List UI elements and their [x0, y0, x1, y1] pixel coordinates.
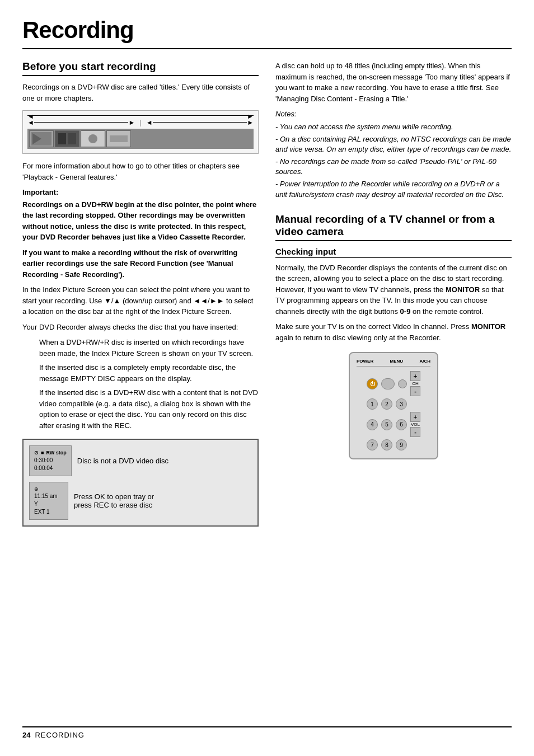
note-4: - Power interruption to the Recorder whi… [275, 179, 512, 199]
note-3: - No recordings can be made from so-call… [275, 157, 512, 177]
notes-section: Notes: - You can not access the system m… [275, 109, 512, 200]
page-title: Recording [22, 17, 512, 49]
btn-3[interactable]: 3 [396, 398, 407, 410]
btn-2[interactable]: 2 [381, 398, 392, 410]
time-display-2: 0:00:04 [34, 464, 67, 472]
checking-para-1: Normally, the DVD Recorder displays the … [275, 262, 512, 317]
remote-row-2: 1 2 3 [357, 398, 430, 410]
note-2: - On a disc containing PAL recordings, n… [275, 134, 512, 154]
svg-rect-4 [58, 133, 66, 144]
film-strip [27, 129, 254, 149]
left-arrow2-icon: ◄ [146, 119, 153, 126]
screen-info-2: ⊕ 11:15 am Y EXT 1 [29, 482, 68, 520]
remote-row-4: 7 8 9 [357, 439, 430, 450]
screen-msg-2: Press OK to open tray orpress REC to era… [74, 492, 252, 509]
safe-record-text: If you want to make a recording without … [22, 247, 259, 280]
plus-button-1[interactable]: + [410, 371, 420, 381]
remote-control-image: POWER MENU A/CH ⏻ + CH - [275, 352, 512, 459]
power-button[interactable]: ⏻ [367, 378, 378, 389]
notes-label: Notes: [275, 109, 512, 120]
vol-label: VOL [411, 422, 420, 427]
arrow-left-icon: ◄ ► [27, 115, 254, 116]
disc-capacity-text: A disc can hold up to 48 titles (includi… [275, 60, 512, 104]
screen-row-2: ⊕ 11:15 am Y EXT 1 Press OK to open tray… [29, 482, 252, 520]
btn-8[interactable]: 8 [381, 439, 392, 450]
minus-button-1[interactable]: - [410, 386, 420, 396]
film-cell-1 [29, 130, 54, 147]
checking-para-2: Make sure your TV is on the correct Vide… [275, 321, 512, 343]
time-clock: 11:15 am [34, 492, 63, 500]
diag-row-2: ◄ ► | ◄ ► [27, 118, 254, 126]
always-checks-text: Your DVD Recorder always checks the disc… [22, 322, 259, 333]
subsection-title-checking: Checking input [275, 247, 512, 258]
screen-msg-1: Disc is not a DVD video disc [77, 457, 252, 465]
check1-text: When a DVD+RW/+R disc is inserted on whi… [39, 337, 259, 359]
important-text: Recordings on a DVD+RW begin at the disc… [22, 199, 259, 243]
screen-dialog-box: ⊙ ■ RW stop 0:30:00 0:00:04 Disc is not … [22, 439, 259, 527]
disc-diagram: ◄ ► ◄ ► | ◄ ► [22, 110, 259, 154]
scene-svg-4 [107, 131, 130, 147]
index-picture-text: In the Index Picture Screen you can sele… [22, 284, 259, 317]
vol-minus-button[interactable]: - [410, 427, 420, 437]
footer-page-number: 24 [22, 731, 30, 739]
rw-text: RW stop [46, 449, 66, 457]
time-display-1: 0:30:00 [34, 457, 67, 464]
rw-stop-label: ⊙ ■ RW stop [34, 449, 67, 457]
svg-point-7 [88, 134, 97, 143]
page: Recording Before you start recording Rec… [0, 0, 534, 756]
important-label: Important: [22, 187, 259, 198]
btn-9[interactable]: 9 [396, 439, 407, 450]
btn-1[interactable]: 1 [367, 398, 378, 410]
btn-5[interactable]: 5 [381, 419, 392, 430]
remote-row-3: 4 5 6 + VOL - [357, 412, 430, 437]
power-label: POWER [357, 359, 373, 364]
section-title-manual: Manual recording of a TV channel or from… [275, 213, 512, 241]
left-column: Before you start recording Recordings on… [22, 60, 259, 726]
screen-info-1: ⊙ ■ RW stop 0:30:00 0:00:04 [29, 445, 72, 476]
film-cell-2 [55, 130, 79, 147]
check3-text: If the inserted disc is a DVD+RW disc wi… [39, 387, 259, 431]
btn-4[interactable]: 4 [367, 419, 378, 430]
remote-control: POWER MENU A/CH ⏻ + CH - [349, 352, 438, 459]
film-cell-3 [81, 130, 105, 147]
diag-row-1: ◄ ► [27, 115, 254, 116]
plus-minus-group-vol: + VOL - [410, 412, 420, 437]
btn-7[interactable]: 7 [367, 439, 378, 450]
svg-rect-5 [68, 133, 76, 144]
manual-recording-section: Manual recording of a TV channel or from… [275, 213, 512, 460]
ch-label: CH [412, 381, 419, 386]
scene-svg-2 [56, 131, 78, 147]
footer-section-label: Recording [35, 731, 84, 739]
ach-label: A/CH [419, 359, 430, 364]
remote-top-bar: POWER MENU A/CH [357, 359, 430, 367]
menu-button[interactable] [381, 378, 395, 389]
ext-label: EXT 1 [34, 508, 63, 516]
check2-text: If the inserted disc is a completely emp… [39, 362, 259, 384]
section-title-before: Before you start recording [22, 60, 259, 76]
scene-svg-3 [82, 131, 104, 147]
vol-plus-button[interactable]: + [410, 412, 420, 422]
screen-row-1: ⊙ ■ RW stop 0:30:00 0:00:04 Disc is not … [29, 445, 252, 476]
svg-rect-9 [110, 135, 128, 142]
remote-row-1: ⏻ + CH - [357, 371, 430, 396]
footer: 24 Recording [22, 726, 512, 739]
right-column: A disc can hold up to 48 titles (includi… [275, 60, 512, 726]
right-arrow-icon: ► [128, 119, 135, 126]
btn-6[interactable]: 6 [396, 419, 407, 430]
stop-label: ■ [41, 449, 44, 457]
film-cell-4 [106, 130, 131, 147]
rw-icon: ⊙ [34, 449, 39, 457]
plus-minus-group-1: + CH - [410, 371, 420, 396]
ach-button[interactable] [398, 379, 407, 388]
more-info-text: For more information about how to go to … [22, 161, 259, 182]
scene-svg-1 [30, 131, 53, 147]
intro-text: Recordings on a DVD+RW disc are called '… [22, 82, 259, 104]
clock-icon: ⊕ [34, 486, 63, 493]
note-1: - You can not access the system menu whi… [275, 122, 512, 132]
channel-indicator: Y [34, 500, 63, 508]
menu-label: MENU [390, 359, 404, 364]
